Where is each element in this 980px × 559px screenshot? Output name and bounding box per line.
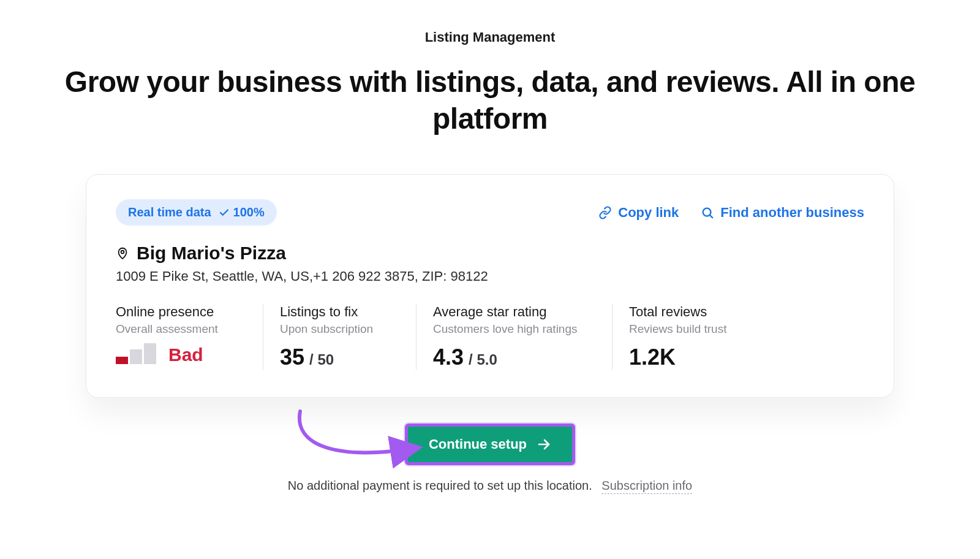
stat-subtitle: Customers love high ratings: [433, 322, 595, 336]
page-title: Grow your business with listings, data, …: [43, 64, 937, 137]
arrow-right-icon: [537, 437, 551, 452]
stat-value: 35: [280, 344, 304, 370]
stat-denominator: / 5.0: [469, 351, 497, 368]
stat-title: Listings to fix: [280, 304, 399, 320]
find-another-business-button[interactable]: Find another business: [701, 205, 864, 221]
footnote: No additional payment is required to set…: [86, 479, 894, 493]
business-summary-card: Real time data 100% Copy link Find anoth…: [86, 174, 894, 398]
presence-rating: Bad: [168, 346, 203, 364]
subscription-info-link[interactable]: Subscription info: [601, 479, 692, 494]
search-icon: [701, 206, 714, 219]
stat-subtitle: Overall assessment: [116, 322, 246, 336]
stat-subtitle: Upon subscription: [280, 322, 399, 336]
check-icon: [219, 207, 230, 218]
svg-line-1: [710, 215, 712, 218]
svg-point-2: [121, 251, 124, 254]
business-address: 1009 E Pike St, Seattle, WA, US,+1 206 9…: [116, 268, 864, 284]
stat-title: Total reviews: [629, 304, 847, 320]
stat-total-reviews: Total reviews Reviews build trust 1.2K: [612, 302, 864, 373]
realtime-badge-percent: 100%: [219, 205, 265, 219]
stat-listings-to-fix: Listings to fix Upon subscription 35 / 5…: [263, 302, 416, 373]
pin-icon: [116, 246, 129, 260]
signal-bars-icon: [116, 343, 156, 364]
stats-row: Online presence Overall assessment Bad L…: [116, 302, 864, 373]
footnote-text: No additional payment is required to set…: [288, 479, 592, 492]
stat-average-rating: Average star rating Customers love high …: [416, 302, 612, 373]
stat-value: 4.3: [433, 344, 464, 370]
realtime-badge-label: Real time data: [128, 205, 211, 219]
stat-title: Online presence: [116, 304, 246, 320]
page-eyebrow: Listing Management: [43, 29, 937, 45]
stat-value: 1.2K: [629, 344, 676, 370]
stat-subtitle: Reviews build trust: [629, 322, 847, 336]
business-name: Big Mario's Pizza: [137, 243, 286, 264]
continue-setup-button[interactable]: Continue setup: [405, 424, 575, 465]
copy-link-button[interactable]: Copy link: [598, 205, 679, 221]
link-icon: [598, 206, 612, 219]
stat-online-presence: Online presence Overall assessment Bad: [116, 302, 263, 373]
stat-title: Average star rating: [433, 304, 595, 320]
stat-denominator: / 50: [309, 351, 334, 368]
realtime-badge: Real time data 100%: [116, 199, 277, 226]
